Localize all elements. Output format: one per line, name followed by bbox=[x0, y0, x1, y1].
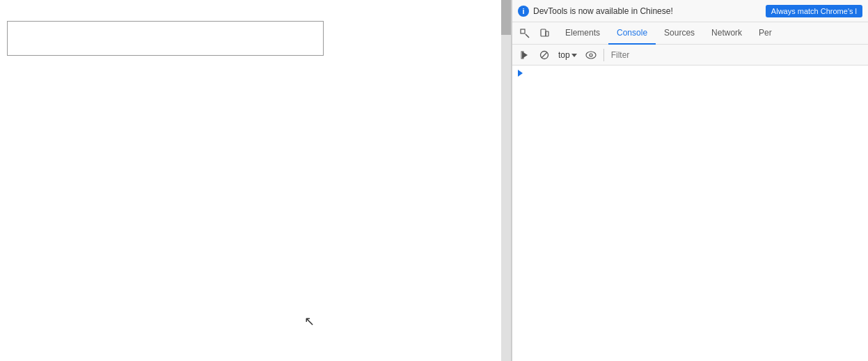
notification-text: DevTools is now available in Chinese! bbox=[533, 6, 762, 16]
info-icon: i bbox=[518, 6, 529, 17]
clear-console-button[interactable] bbox=[536, 47, 553, 63]
eye-button[interactable] bbox=[583, 47, 599, 63]
svg-point-10 bbox=[590, 54, 592, 56]
page-input[interactable] bbox=[7, 21, 324, 56]
match-chrome-button[interactable]: Always match Chrome's l bbox=[766, 5, 862, 17]
device-toggle-button[interactable] bbox=[535, 24, 554, 43]
svg-line-7 bbox=[542, 52, 547, 58]
svg-marker-8 bbox=[571, 54, 577, 57]
tab-elements[interactable]: Elements bbox=[557, 22, 608, 45]
chevron-down-icon bbox=[571, 52, 577, 58]
console-prompt-line[interactable] bbox=[518, 70, 862, 77]
svg-line-1 bbox=[526, 34, 529, 38]
devtools-tabs-bar: Elements Console Sources Network Per bbox=[512, 22, 868, 45]
console-toolbar: top bbox=[512, 45, 868, 66]
svg-rect-0 bbox=[521, 29, 525, 33]
console-chevron-icon bbox=[518, 70, 523, 77]
tab-network[interactable]: Network bbox=[703, 22, 750, 45]
browser-page: ↖ bbox=[0, 0, 512, 361]
svg-point-9 bbox=[586, 52, 596, 59]
tab-per[interactable]: Per bbox=[750, 22, 780, 45]
svg-rect-2 bbox=[541, 29, 546, 36]
context-selector[interactable]: top bbox=[555, 49, 580, 61]
context-label: top bbox=[558, 50, 570, 60]
page-scrollbar[interactable] bbox=[501, 0, 511, 361]
tab-console[interactable]: Console bbox=[608, 22, 656, 45]
cursor-indicator: ↖ bbox=[304, 314, 315, 329]
scrollbar-thumb[interactable] bbox=[501, 0, 511, 35]
inspect-element-button[interactable] bbox=[515, 24, 535, 43]
play-button[interactable] bbox=[516, 47, 533, 63]
devtools-notification-bar: i DevTools is now available in Chinese! … bbox=[512, 0, 868, 22]
console-output[interactable] bbox=[512, 66, 868, 361]
svg-marker-4 bbox=[522, 52, 528, 59]
toolbar-divider bbox=[603, 49, 604, 61]
tab-sources[interactable]: Sources bbox=[656, 22, 703, 45]
devtools-panel: i DevTools is now available in Chinese! … bbox=[512, 0, 868, 361]
filter-input[interactable] bbox=[608, 49, 864, 61]
svg-rect-3 bbox=[546, 31, 549, 36]
devtools-tab-list: Elements Console Sources Network Per bbox=[557, 22, 780, 44]
